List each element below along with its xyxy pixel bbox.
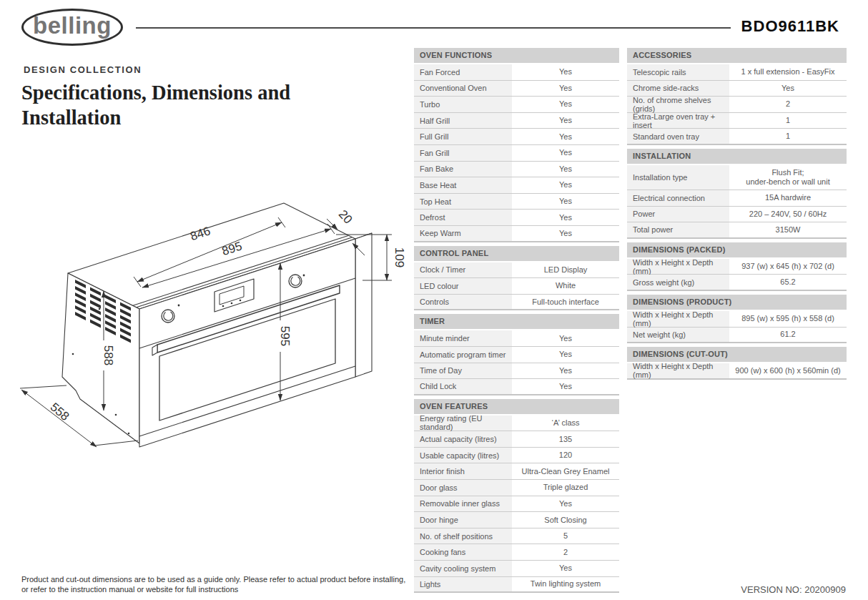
row-label: Installation type [627,165,729,190]
spec-row: Actual capacity (litres)135 [414,431,619,448]
row-value: 5 [512,528,619,544]
row-label: No. of chrome shelves (grids) [627,97,729,112]
disclaimer-text: Product and cut-out dimensions are to be… [21,574,413,594]
spec-row: Conventional OvenYes [414,81,619,97]
section-header: CONTROL PANEL [414,246,619,261]
row-label: Electrical connection [627,190,729,206]
spec-row: Fan ForcedYes [414,64,619,81]
row-value: 3150W [729,222,847,237]
row-value: Yes [512,363,619,379]
section-header: OVEN FEATURES [414,399,619,414]
row-value: 120 [512,448,619,463]
spec-row: Cavity cooling systemYes [414,561,619,577]
dim-558-label: 558 [48,400,72,423]
row-value: 895 (w) x 595 (h) x 558 (d) [729,311,847,327]
row-label: Fan Bake [414,162,512,177]
spec-section: OVEN FUNCTIONSFan ForcedYesConventional … [414,48,619,242]
row-value: Yes [512,210,619,225]
row-label: Door glass [414,480,512,496]
spec-row: Net weight (kg)61.2 [627,328,847,344]
row-value: Yes [512,177,619,193]
oven-isometric-diagram: 846 895 20 109 595 588 558 [14,200,408,451]
row-value: 2 [512,544,619,560]
logo-tagline: DESIGN COLLECTION [24,64,142,75]
row-label: Keep Warm [414,226,512,241]
row-label: Total power [627,222,729,237]
row-value: 220 – 240V, 50 / 60Hz [729,207,847,222]
row-label: Child Lock [414,379,512,394]
model-number: BDO9611BK [741,17,839,36]
row-label: Cavity cooling system [414,561,512,576]
spec-section: ACCESSORIESTelescopic rails1 x full exte… [627,48,847,145]
row-value: White [512,278,619,294]
spec-row: Door hingeSoft Closing [414,512,619,528]
row-value: 1 [729,113,847,129]
spec-row: Extra-Large oven tray + insert1 [627,113,847,129]
row-value: Yes [512,561,619,576]
row-value: Yes [512,347,619,363]
row-label: Width x Height x Depth (mm) [627,311,729,327]
spec-row: Time of DayYes [414,363,619,380]
spec-section: OVEN FEATURESEnergy rating (EU standard)… [414,399,619,594]
spec-sheet-page: belling DESIGN COLLECTION BDO9611BK Spec… [0,0,868,600]
row-label: Defrost [414,210,512,225]
spec-row: Total power3150W [627,222,847,239]
row-value: 65.2 [729,275,847,290]
row-value: 1 x full extension - EasyFix [729,64,847,80]
row-value: 937 (w) x 645 (h) x 702 (d) [729,259,847,275]
row-value: 61.2 [729,328,847,343]
row-value: Yes [512,129,619,144]
row-label: Usable capacity (litres) [414,448,512,463]
spec-section: INSTALLATIONInstallation typeFlush Fit; … [627,149,847,239]
row-value: 15A hardwire [729,190,847,206]
row-value: Yes [729,81,847,97]
row-label: Clock / Timer [414,262,512,278]
spec-row: Standard oven tray1 [627,129,847,145]
row-value: Full-touch interface [512,295,619,310]
row-label: No. of shelf positions [414,528,512,544]
spec-row: Interior finishUltra-Clean Grey Enamel [414,463,619,480]
row-label: Fan Grill [414,145,512,161]
row-value: Yes [512,194,619,210]
spec-row: Fan BakeYes [414,162,619,178]
dim-20-label: 20 [336,207,355,227]
spec-row: No. of shelf positions5 [414,528,619,545]
spec-row: Telescopic rails1 x full extension - Eas… [627,64,847,81]
row-label: Turbo [414,97,512,112]
spec-row: Removable inner glassYes [414,496,619,513]
spec-row: No. of chrome shelves (grids)2 [627,97,847,113]
dim-595-label: 595 [278,326,292,346]
spec-row: Child LockYes [414,379,619,395]
row-value: 1 [729,129,847,144]
spec-row: Keep WarmYes [414,226,619,242]
spec-row: Usable capacity (litres)120 [414,448,619,464]
row-value: Yes [512,97,619,112]
spec-section: DIMENSIONS (PACKED)Width x Height x Dept… [627,242,847,291]
spec-row: Minute minderYes [414,330,619,347]
spec-row: Power220 – 240V, 50 / 60Hz [627,207,847,223]
row-label: Extra-Large oven tray + insert [627,113,729,129]
section-header: INSTALLATION [627,149,847,164]
row-label: Fan Forced [414,64,512,80]
spec-row: Width x Height x Depth (mm)937 (w) x 645… [627,259,847,275]
row-value: Yes [512,330,619,346]
spec-row: Full GrillYes [414,129,619,145]
row-value: ‘A’ class [512,415,619,431]
row-value: Yes [512,379,619,394]
section-header: ACCESSORIES [627,48,847,63]
row-value: 2 [729,97,847,112]
spec-row: Base HeatYes [414,177,619,194]
row-label: Full Grill [414,129,512,144]
spec-row: Clock / TimerLED Display [414,262,619,279]
row-value: 900 (w) x 600 (h) x 560min (d) [729,363,847,378]
spec-row: Fan GrillYes [414,145,619,162]
spec-column-right: ACCESSORIESTelescopic rails1 x full exte… [627,48,847,383]
row-value: LED Display [512,262,619,278]
row-label: Automatic program timer [414,347,512,363]
row-value: Yes [512,81,619,97]
row-value: Yes [512,145,619,161]
spec-row: ControlsFull-touch interface [414,295,619,311]
row-value: Ultra-Clean Grey Enamel [512,463,619,479]
row-label: Conventional Oven [414,81,512,97]
dim-588-label: 588 [102,345,115,365]
